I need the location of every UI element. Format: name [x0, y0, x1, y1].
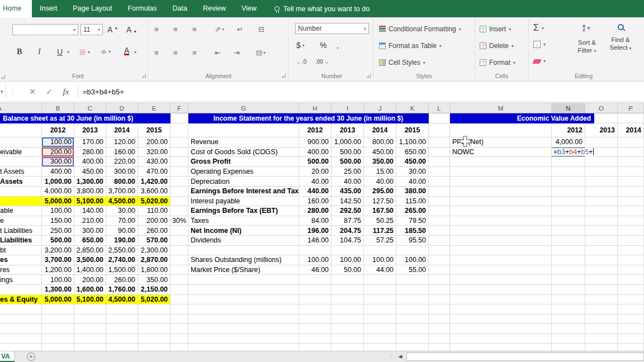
- cell-P23[interactable]: [618, 334, 644, 344]
- cell-H12[interactable]: 196.00: [299, 226, 332, 236]
- cell-E12[interactable]: 260.00: [138, 226, 171, 236]
- cell-G14[interactable]: [188, 246, 299, 256]
- cell-B6[interactable]: 400.00: [42, 167, 74, 177]
- col-header-I[interactable]: I: [332, 103, 364, 113]
- cell-O19[interactable]: [585, 295, 618, 305]
- cell-G19[interactable]: [188, 295, 299, 305]
- cell-I18[interactable]: [332, 285, 364, 295]
- cell-A1[interactable]: Balance sheet as at 30 June (in million …: [0, 113, 171, 123]
- cell-L19[interactable]: [429, 295, 450, 305]
- cell-H21[interactable]: [299, 315, 332, 325]
- cell-O24[interactable]: [585, 344, 618, 351]
- increase-font-size-button[interactable]: A▲: [107, 25, 118, 34]
- cell-C8[interactable]: 3,800.00: [74, 187, 106, 197]
- wrap-text-icon[interactable]: ↵: [237, 25, 243, 34]
- horizontal-scrollbar[interactable]: [406, 353, 644, 361]
- cell-O11[interactable]: [585, 216, 618, 226]
- col-header-K[interactable]: K: [396, 103, 429, 113]
- cell-I15[interactable]: 100.00: [332, 255, 364, 265]
- cell-P20[interactable]: [618, 304, 644, 315]
- cell-C21[interactable]: [74, 315, 106, 325]
- tab-home[interactable]: Home: [0, 0, 32, 17]
- cell-E18[interactable]: 2,150.00: [138, 285, 171, 295]
- comma-button[interactable]: ,: [337, 41, 339, 50]
- cell-E2[interactable]: 2015: [138, 123, 171, 137]
- cell-L5[interactable]: [429, 157, 450, 167]
- insert-cells-button[interactable]: Insert▾: [480, 25, 511, 33]
- cell-C3[interactable]: 170.00: [74, 137, 106, 147]
- cell-I7[interactable]: 40.00: [332, 177, 364, 187]
- cell-I20[interactable]: [332, 304, 364, 315]
- cell-N14[interactable]: [552, 246, 585, 256]
- cell-I16[interactable]: 50.00: [332, 265, 364, 275]
- cell-N16[interactable]: [552, 265, 585, 275]
- cell-D22[interactable]: [106, 324, 138, 334]
- cell-N18[interactable]: [552, 285, 585, 295]
- align-top-icon[interactable]: ≡: [154, 25, 159, 34]
- cell-J18[interactable]: [364, 285, 396, 295]
- cell-A24[interactable]: [0, 344, 42, 351]
- cell-H13[interactable]: 146.00: [299, 236, 332, 246]
- cell-O18[interactable]: [585, 285, 618, 295]
- cell-A8[interactable]: [0, 187, 42, 197]
- col-header-F[interactable]: F: [171, 103, 188, 113]
- cell-C20[interactable]: [74, 304, 106, 315]
- cell-L13[interactable]: [429, 236, 450, 246]
- cell-K6[interactable]: 30.00: [396, 167, 429, 177]
- cell-C2[interactable]: 2013: [74, 123, 106, 137]
- enter-icon[interactable]: ✓: [41, 87, 58, 96]
- cell-F14[interactable]: [171, 246, 188, 256]
- cell-L10[interactable]: [429, 206, 450, 216]
- cell-I12[interactable]: 204.75: [332, 226, 364, 236]
- font-size-combo[interactable]: 11 ▾: [80, 24, 103, 35]
- cell-G23[interactable]: [188, 334, 299, 344]
- cell-J6[interactable]: 15.00: [364, 167, 396, 177]
- cell-D24[interactable]: [106, 344, 138, 351]
- cell-F13[interactable]: [171, 236, 188, 246]
- cell-O9[interactable]: [585, 197, 618, 207]
- cell-P6[interactable]: [618, 167, 644, 177]
- cell-P17[interactable]: [618, 275, 644, 285]
- cell-E8[interactable]: 3,600.00: [138, 187, 171, 197]
- find-select-button[interactable]: Find & Select ▾: [606, 24, 635, 53]
- cell-H3[interactable]: 900.00: [299, 137, 332, 147]
- col-header-D[interactable]: D: [106, 103, 138, 113]
- cell-K5[interactable]: 450.00: [396, 157, 429, 167]
- align-left-icon[interactable]: ≡: [154, 49, 159, 57]
- cell-D3[interactable]: 120.00: [106, 137, 138, 147]
- orientation-icon[interactable]: ⇗▾: [215, 25, 224, 34]
- cell-O15[interactable]: [585, 255, 618, 265]
- cell-M21[interactable]: [450, 315, 552, 325]
- cell-C12[interactable]: 300.00: [74, 226, 106, 236]
- cell-A16[interactable]: res: [0, 265, 42, 275]
- sort-filter-button[interactable]: AZ ▼ Sort & Filter ▾: [571, 24, 603, 55]
- cell-G17[interactable]: [188, 275, 299, 285]
- cell-J24[interactable]: [364, 344, 396, 351]
- cell-M17[interactable]: [450, 275, 552, 285]
- cell-A9[interactable]: [0, 197, 42, 207]
- cell-K24[interactable]: [396, 344, 429, 351]
- cell-B10[interactable]: 100.00: [42, 206, 74, 216]
- cell-O5[interactable]: [585, 157, 618, 167]
- insert-function-icon[interactable]: fx: [58, 87, 74, 97]
- cell-E16[interactable]: 1,800.00: [138, 265, 171, 275]
- cell-N11[interactable]: [552, 216, 585, 226]
- cell-I4[interactable]: 500.00: [332, 147, 364, 158]
- align-center-icon[interactable]: ≡: [173, 49, 178, 57]
- cell-I8[interactable]: 435.00: [332, 187, 364, 197]
- tab-data[interactable]: Data: [165, 0, 195, 17]
- cell-K11[interactable]: 79.50: [396, 216, 429, 226]
- cell-G5[interactable]: Gross Profit: [188, 157, 299, 167]
- cell-D19[interactable]: 4,500.00: [106, 295, 138, 305]
- cell-N19[interactable]: [552, 295, 585, 305]
- number-dialog-launcher[interactable]: [367, 74, 371, 78]
- cell-J7[interactable]: 40.00: [364, 177, 396, 187]
- bold-button[interactable]: B: [17, 47, 22, 56]
- cell-A19[interactable]: es & Equity: [0, 295, 42, 305]
- cell-A6[interactable]: t Assets: [0, 167, 42, 177]
- cell-M8[interactable]: [450, 187, 552, 197]
- cell-P18[interactable]: [618, 285, 644, 295]
- cell-L8[interactable]: [429, 187, 450, 197]
- cell-H20[interactable]: [299, 304, 332, 315]
- cell-F3[interactable]: [171, 137, 188, 147]
